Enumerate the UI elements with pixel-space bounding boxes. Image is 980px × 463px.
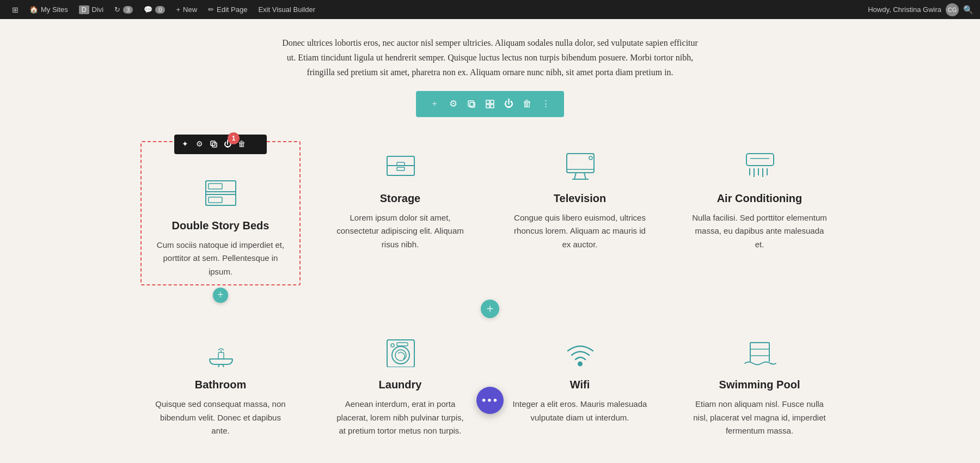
edit-page-label: Edit Page bbox=[217, 5, 247, 14]
my-sites-menu[interactable]: 🏠 My Sites bbox=[24, 0, 74, 19]
add-module-btn[interactable]: + bbox=[213, 288, 228, 303]
feature-laundry: Laundry Aenean interdum, erat in porta p… bbox=[310, 320, 490, 454]
toolbar-settings-icon[interactable]: ⚙ bbox=[445, 96, 461, 112]
add-row-center: + bbox=[131, 301, 849, 317]
svg-rect-2 bbox=[486, 100, 489, 103]
divi-menu[interactable]: D Divi bbox=[74, 0, 109, 19]
comments-menu[interactable]: 💬 0 bbox=[138, 0, 170, 19]
exit-builder-btn[interactable]: Exit Visual Builder bbox=[253, 0, 321, 19]
toolbar-clone-icon[interactable] bbox=[464, 96, 479, 112]
edit-page-btn[interactable]: ✏ Edit Page bbox=[203, 0, 253, 19]
svg-point-41 bbox=[578, 362, 582, 366]
section-toolbar: + ⚙ ⏻ 🗑 ⋮ bbox=[416, 91, 564, 117]
user-greeting: Howdy, Christina Gwira bbox=[868, 5, 941, 14]
bathroom-icon bbox=[201, 336, 240, 369]
mt-power-icon[interactable]: ⏻ 1 bbox=[221, 138, 234, 151]
svg-rect-7 bbox=[212, 143, 217, 147]
television-icon bbox=[561, 150, 599, 182]
feature-title: Television bbox=[554, 192, 606, 205]
feature-title: Laundry bbox=[379, 379, 422, 391]
svg-rect-13 bbox=[209, 197, 222, 203]
feature-desc: Nulla facilisi. Sed porttitor elementum … bbox=[691, 211, 828, 252]
admin-bar: ⊞ 🏠 My Sites D Divi ↻ 3 💬 0 + New ✏ Edit… bbox=[0, 0, 980, 19]
svg-rect-6 bbox=[211, 141, 215, 145]
toolbar-more-icon[interactable]: ⋮ bbox=[538, 96, 553, 112]
feature-title: Wifi bbox=[570, 379, 590, 391]
module-toolbar: ✦ ⚙ ⏻ 1 🗑 bbox=[174, 135, 267, 154]
search-icon[interactable]: 🔍 bbox=[963, 5, 973, 15]
feature-title: Double Story Beds bbox=[172, 220, 270, 232]
svg-rect-8 bbox=[206, 181, 236, 192]
toolbar-bar-container: + ⚙ ⏻ 🗑 ⋮ bbox=[0, 91, 980, 117]
ac-icon bbox=[740, 150, 779, 182]
comments-icon: 💬 bbox=[144, 5, 152, 14]
toolbar-power-icon[interactable]: ⏻ bbox=[501, 96, 516, 112]
storage-icon bbox=[381, 150, 419, 182]
feature-bathroom: Bathroom Quisque sed consequat massa, no… bbox=[131, 320, 310, 454]
svg-rect-9 bbox=[206, 194, 236, 205]
add-row-btn[interactable]: + bbox=[481, 300, 499, 318]
more-dots-icon: ••• bbox=[481, 393, 498, 408]
feature-desc: Congue quis libero euismod, ultrices rho… bbox=[512, 211, 648, 252]
feature-desc: Etiam non aliquam nisl. Fusce nulla nisl… bbox=[691, 398, 828, 438]
updates-icon: ↻ bbox=[114, 5, 120, 14]
feature-television: Television Congue quis libero euismod, u… bbox=[490, 133, 670, 295]
exit-builder-label: Exit Visual Builder bbox=[258, 5, 315, 14]
pencil-icon: ✏ bbox=[208, 5, 214, 14]
toolbar-grid-icon[interactable] bbox=[482, 96, 498, 112]
notification-badge: 1 bbox=[228, 132, 240, 144]
new-label: New bbox=[183, 5, 197, 14]
svg-point-23 bbox=[589, 156, 592, 160]
mt-clone-icon[interactable] bbox=[207, 138, 220, 151]
avatar: CG bbox=[946, 3, 959, 16]
svg-rect-40 bbox=[397, 343, 408, 346]
feature-title: Air Conditioning bbox=[717, 192, 803, 205]
toolbar-add-icon[interactable]: + bbox=[427, 96, 442, 112]
divi-label: Divi bbox=[92, 5, 104, 14]
mt-settings-icon[interactable]: ⚙ bbox=[193, 138, 206, 151]
feature-desc: Lorem ipsum dolor sit amet, consectetur … bbox=[332, 211, 468, 252]
svg-rect-12 bbox=[209, 184, 222, 189]
svg-rect-17 bbox=[397, 167, 405, 170]
features-row-1: ✦ ⚙ ⏻ 1 🗑 bbox=[131, 133, 849, 295]
laundry-icon bbox=[381, 336, 419, 369]
feature-swimming-pool: Swimming Pool Etiam non aliquam nisl. Fu… bbox=[670, 320, 849, 454]
svg-rect-3 bbox=[491, 100, 494, 103]
my-sites-label: My Sites bbox=[41, 5, 68, 14]
feature-storage: Storage Lorem ipsum dolor sit amet, cons… bbox=[310, 133, 490, 295]
svg-line-19 bbox=[574, 173, 576, 179]
wp-logo[interactable]: ⊞ bbox=[7, 0, 24, 19]
feature-title: Bathroom bbox=[195, 379, 246, 391]
updates-menu[interactable]: ↻ 3 bbox=[109, 0, 138, 19]
bunk-bed-icon bbox=[201, 177, 240, 210]
admin-bar-right: Howdy, Christina Gwira CG 🔍 bbox=[868, 3, 973, 16]
feature-wifi: Wifi Integer a elit eros. Mauris malesua… bbox=[490, 320, 670, 454]
intro-text: Donec ultrices lobortis eros, nec auctor… bbox=[267, 35, 713, 80]
feature-desc: Integer a elit eros. Mauris malesuada vu… bbox=[512, 398, 648, 425]
svg-rect-5 bbox=[491, 105, 494, 108]
svg-rect-4 bbox=[486, 105, 489, 108]
divi-icon: D bbox=[79, 5, 89, 14]
feature-desc: Quisque sed consequat massa, non bibendu… bbox=[152, 398, 289, 438]
new-menu[interactable]: + New bbox=[170, 0, 203, 19]
svg-line-20 bbox=[584, 173, 586, 179]
toolbar-delete-icon[interactable]: 🗑 bbox=[519, 96, 535, 112]
feature-title: Swimming Pool bbox=[719, 379, 800, 391]
wordpress-icon: ⊞ bbox=[12, 5, 19, 14]
feature-desc: Aenean interdum, erat in porta placerat,… bbox=[332, 398, 468, 438]
wifi-icon bbox=[561, 336, 599, 369]
svg-rect-32 bbox=[218, 352, 224, 359]
feature-desc: Cum sociis natoque id imperdiet et, port… bbox=[152, 239, 289, 279]
svg-rect-24 bbox=[746, 154, 774, 166]
svg-point-37 bbox=[392, 346, 409, 364]
home-icon: 🏠 bbox=[29, 5, 38, 14]
svg-rect-0 bbox=[468, 101, 474, 106]
updates-count: 3 bbox=[123, 6, 133, 14]
floating-more-btn[interactable]: ••• bbox=[476, 387, 504, 414]
feature-double-story-beds: ✦ ⚙ ⏻ 1 🗑 bbox=[131, 133, 310, 295]
feature-title: Storage bbox=[380, 192, 420, 205]
comments-count: 0 bbox=[155, 6, 165, 14]
pool-icon bbox=[740, 336, 779, 369]
mt-move-icon[interactable]: ✦ bbox=[179, 138, 192, 151]
plus-icon: + bbox=[176, 5, 180, 14]
